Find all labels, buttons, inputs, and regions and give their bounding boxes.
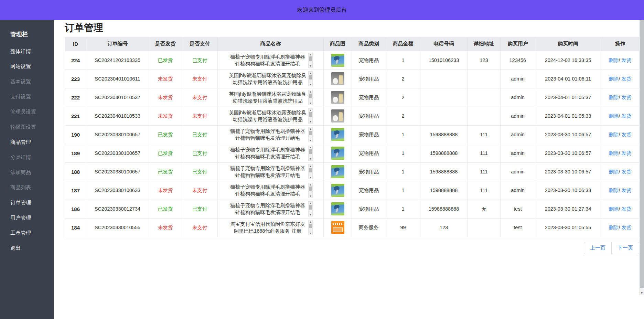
product-name-cell: 淘宝支付宝信用代拍闲鱼京东好友阿里巴巴1688代商务服务 注册▲▼ bbox=[218, 218, 324, 237]
pay-status-badge: 已支付 bbox=[192, 150, 207, 156]
detail-address: 111 bbox=[468, 162, 501, 181]
scroll-thumb[interactable] bbox=[309, 149, 312, 154]
scroll-thumb[interactable] bbox=[309, 94, 312, 98]
purchase-time: 2023-04-01 01:05:33 bbox=[535, 107, 601, 125]
sidebar-item-0[interactable]: 整体详情 bbox=[0, 44, 54, 59]
scroll-up-icon[interactable]: ▲ bbox=[309, 146, 312, 149]
scroll-thumb[interactable] bbox=[309, 224, 312, 228]
scroll-thumb[interactable] bbox=[309, 56, 312, 61]
next-page-button[interactable]: 下一页 bbox=[611, 242, 639, 254]
delete-link[interactable]: 删除 bbox=[609, 206, 619, 212]
ship-link[interactable]: 发货 bbox=[622, 150, 632, 156]
ship-link[interactable]: 发货 bbox=[622, 132, 632, 137]
scroll-up-icon[interactable]: ▲ bbox=[309, 109, 312, 112]
product-name-cell: 猫梳子宠物专用除浮毛刷撸猫神器针梳狗狗猫咪毛发清理开结毛▲▼ bbox=[218, 200, 324, 218]
scroll-down-icon[interactable]: ▼ bbox=[309, 102, 312, 105]
product-image-biz-orange bbox=[331, 221, 344, 234]
ship-link[interactable]: 发货 bbox=[622, 188, 632, 193]
product-name-text: 猫梳子宠物专用除浮毛刷撸猫神器针梳狗狗猫咪毛发清理开结毛 bbox=[228, 128, 307, 141]
scroll-down-icon[interactable]: ▼ bbox=[309, 176, 312, 179]
product-name-scrollbar[interactable]: ▲▼ bbox=[308, 183, 313, 198]
scroll-down-icon[interactable]: ▼ bbox=[309, 139, 312, 142]
product-image-cat-brush bbox=[331, 202, 344, 215]
ship-link[interactable]: 发货 bbox=[622, 225, 632, 230]
delete-link[interactable]: 删除 bbox=[609, 95, 619, 100]
product-name-scrollbar[interactable]: ▲▼ bbox=[308, 127, 313, 142]
scroll-down-icon[interactable]: ▼ bbox=[309, 232, 312, 235]
sidebar-item-9[interactable]: 商品列表 bbox=[0, 180, 54, 195]
ship-link[interactable]: 发货 bbox=[622, 95, 632, 100]
scroll-up-icon[interactable]: ▲ bbox=[309, 127, 312, 130]
column-header-8: 电话号码 bbox=[420, 37, 468, 51]
product-name-scrollbar[interactable]: ▲▼ bbox=[308, 201, 313, 216]
scroll-down-icon[interactable]: ▼ bbox=[309, 157, 312, 160]
scroll-up-icon[interactable]: ▲ bbox=[309, 202, 312, 205]
prev-page-button[interactable]: 上一页 bbox=[584, 242, 612, 254]
delete-link[interactable]: 删除 bbox=[609, 57, 619, 63]
delete-link[interactable]: 删除 bbox=[609, 76, 619, 82]
delete-link[interactable]: 删除 bbox=[609, 150, 619, 156]
buyer-user: admin bbox=[501, 144, 535, 162]
ship-link[interactable]: 发货 bbox=[622, 57, 632, 63]
scroll-down-icon[interactable]: ▼ bbox=[309, 83, 312, 86]
delete-link[interactable]: 删除 bbox=[609, 169, 619, 174]
product-name-scrollbar[interactable]: ▲▼ bbox=[308, 71, 313, 86]
ship-link[interactable]: 发货 bbox=[622, 76, 632, 82]
scroll-thumb[interactable] bbox=[309, 75, 312, 79]
product-name-scrollbar[interactable]: ▲▼ bbox=[308, 220, 313, 235]
ship-link[interactable]: 发货 bbox=[622, 206, 632, 212]
scroll-thumb[interactable] bbox=[309, 187, 312, 191]
product-name-scrollbar[interactable]: ▲▼ bbox=[308, 146, 313, 161]
sidebar-item-3[interactable]: 支付设置 bbox=[0, 89, 54, 104]
delete-link[interactable]: 删除 bbox=[609, 188, 619, 193]
column-header-0: ID bbox=[65, 37, 86, 51]
pay-status-badge: 未支付 bbox=[192, 95, 207, 100]
scroll-up-icon[interactable]: ▲ bbox=[309, 72, 312, 75]
scroll-up-icon[interactable]: ▲ bbox=[309, 53, 312, 56]
ship-status: 已发货 bbox=[149, 200, 182, 218]
ship-status: 未发货 bbox=[149, 107, 182, 125]
sidebar-item-13[interactable]: 退出 bbox=[0, 241, 54, 256]
scroll-thumb[interactable] bbox=[309, 168, 312, 172]
sidebar-item-12[interactable]: 工单管理 bbox=[0, 225, 54, 241]
ship-link[interactable]: 发货 bbox=[622, 113, 632, 119]
ship-link[interactable]: 发货 bbox=[622, 169, 632, 174]
sidebar-item-7[interactable]: 分类详情 bbox=[0, 150, 54, 165]
delete-link[interactable]: 删除 bbox=[609, 113, 619, 119]
detail-address: 123 bbox=[468, 51, 501, 70]
sidebar-item-11[interactable]: 用户管理 bbox=[0, 210, 54, 225]
sidebar-item-6[interactable]: 商品管理 bbox=[0, 135, 54, 150]
sidebar-item-2[interactable]: 基本设置 bbox=[0, 74, 54, 89]
scroll-down-icon[interactable]: ▼ bbox=[309, 213, 312, 216]
scrollbar-thumb[interactable] bbox=[640, 20, 644, 288]
sidebar-item-8[interactable]: 添加商品 bbox=[0, 165, 54, 180]
order-row: 224SC20241202163335已发货已支付猫梳子宠物专用除浮毛刷撸猫神器… bbox=[65, 51, 640, 70]
sidebar-item-1[interactable]: 网站设置 bbox=[0, 59, 54, 74]
scroll-up-icon[interactable]: ▲ bbox=[309, 164, 312, 168]
scroll-thumb[interactable] bbox=[309, 131, 312, 135]
sidebar-item-10[interactable]: 订单管理 bbox=[0, 195, 54, 210]
product-name-text: 英国jhly银渐层猫咪沐浴露宠物除臭幼猫洗澡专用浴液香波洗护用品 bbox=[228, 109, 307, 123]
delete-link[interactable]: 删除 bbox=[609, 225, 619, 230]
scroll-thumb[interactable] bbox=[309, 112, 312, 117]
product-name-scrollbar[interactable]: ▲▼ bbox=[308, 164, 313, 179]
page-scrollbar[interactable]: ▼ bbox=[639, 20, 644, 295]
scroll-up-icon[interactable]: ▲ bbox=[309, 90, 312, 93]
scroll-down-icon[interactable]: ▼ bbox=[309, 64, 312, 67]
product-name-scrollbar[interactable]: ▲▼ bbox=[308, 108, 313, 124]
scroll-down-icon[interactable]: ▼ bbox=[309, 120, 312, 123]
delete-link[interactable]: 删除 bbox=[609, 132, 619, 137]
scroll-up-icon[interactable]: ▲ bbox=[309, 220, 312, 223]
ship-status: 未发货 bbox=[149, 181, 182, 200]
action-separator: / bbox=[619, 169, 620, 174]
sidebar-item-4[interactable]: 管理员设置 bbox=[0, 104, 54, 119]
product-name-text: 猫梳子宠物专用除浮毛刷撸猫神器针梳狗狗猫咪毛发清理开结毛 bbox=[228, 53, 307, 67]
product-name-scrollbar[interactable]: ▲▼ bbox=[308, 53, 313, 68]
product-name-scrollbar[interactable]: ▲▼ bbox=[308, 90, 313, 105]
sidebar-item-5[interactable]: 轮播图设置 bbox=[0, 119, 54, 135]
scroll-thumb[interactable] bbox=[309, 205, 312, 210]
scroll-up-icon[interactable]: ▲ bbox=[309, 183, 312, 186]
scroll-down-icon[interactable]: ▼ bbox=[309, 194, 312, 198]
scrollbar-down-arrow[interactable]: ▼ bbox=[640, 291, 644, 295]
column-header-10: 购买用户 bbox=[501, 37, 535, 51]
